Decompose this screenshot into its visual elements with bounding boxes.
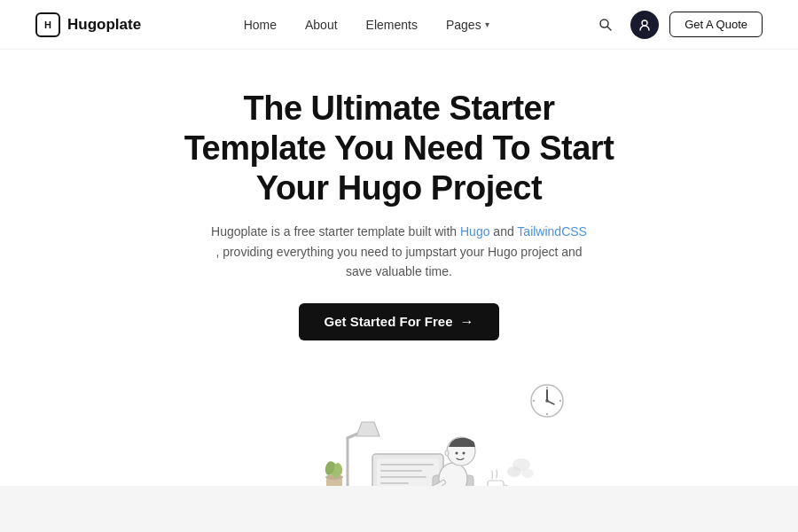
logo-icon: H bbox=[35, 12, 60, 37]
logo[interactable]: H Hugoplate bbox=[35, 12, 141, 37]
cta-button[interactable]: Get Started For Free → bbox=[299, 303, 498, 340]
bottom-section bbox=[0, 486, 798, 532]
nav-link-about[interactable]: About bbox=[305, 18, 338, 32]
cta-label: Get Started For Free bbox=[324, 314, 452, 329]
svg-point-47 bbox=[512, 458, 530, 471]
logo-icon-text: H bbox=[44, 20, 51, 30]
nav-link-home[interactable]: Home bbox=[244, 18, 277, 32]
subtitle-text-1: Hugoplate is a free starter template bui… bbox=[211, 224, 460, 239]
svg-point-26 bbox=[463, 451, 466, 454]
svg-line-1 bbox=[607, 27, 611, 30]
chevron-down-icon: ▾ bbox=[485, 20, 489, 29]
nav-item-elements[interactable]: Elements bbox=[366, 17, 418, 33]
navbar: H Hugoplate Home About Elements Pages ▾ … bbox=[0, 0, 798, 50]
svg-point-27 bbox=[445, 450, 449, 456]
svg-point-25 bbox=[456, 451, 458, 454]
user-icon[interactable] bbox=[630, 11, 659, 39]
subtitle-and: and bbox=[493, 224, 517, 239]
search-icon[interactable] bbox=[591, 11, 620, 39]
arrow-icon: → bbox=[460, 314, 474, 330]
subtitle-text-2: , providing everything you need to jumps… bbox=[215, 245, 582, 278]
nav-links: Home About Elements Pages ▾ bbox=[244, 17, 489, 33]
nav-item-pages[interactable]: Pages ▾ bbox=[446, 18, 489, 32]
tailwindcss-link[interactable]: TailwindCSS bbox=[517, 224, 587, 239]
hero-subtitle: Hugoplate is a free starter template bui… bbox=[208, 222, 590, 281]
nav-link-elements[interactable]: Elements bbox=[366, 18, 418, 32]
hero-title: The Ultimate Starter Template You Need T… bbox=[168, 89, 630, 207]
nav-item-about[interactable]: About bbox=[305, 17, 338, 33]
hero-section: The Ultimate Starter Template You Need T… bbox=[0, 50, 798, 532]
nav-link-pages[interactable]: Pages ▾ bbox=[446, 18, 489, 32]
nav-item-home[interactable]: Home bbox=[244, 17, 277, 33]
get-quote-button[interactable]: Get A Quote bbox=[669, 12, 763, 37]
svg-point-2 bbox=[642, 20, 647, 26]
nav-actions: Get A Quote bbox=[591, 11, 763, 39]
hugo-link[interactable]: Hugo bbox=[460, 224, 489, 239]
logo-text: Hugoplate bbox=[67, 16, 141, 34]
svg-point-48 bbox=[521, 469, 534, 478]
